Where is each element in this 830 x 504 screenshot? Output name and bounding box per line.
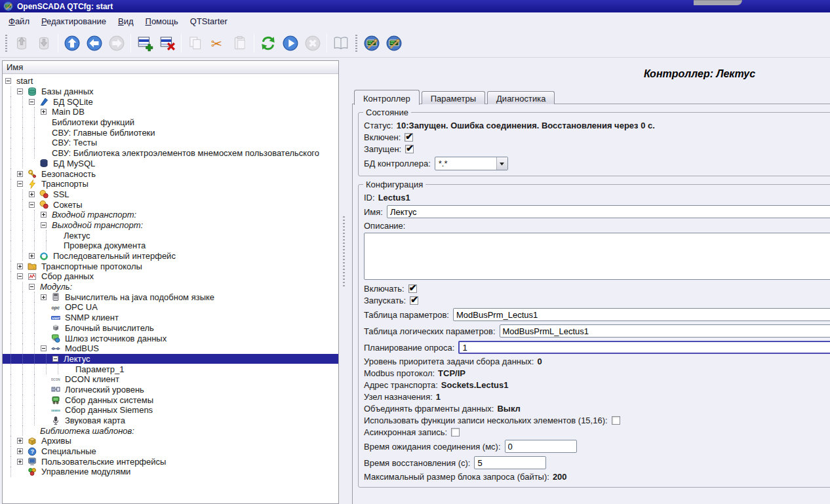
expand-icon[interactable]	[41, 109, 47, 115]
collapse-icon[interactable]	[17, 181, 23, 187]
menu-редактирование[interactable]: Редактирование	[35, 14, 112, 29]
expand-icon[interactable]	[17, 171, 23, 177]
add-item-button[interactable]	[134, 32, 156, 54]
save-to-db-button[interactable]	[33, 32, 55, 54]
tree-item-сбор-данных[interactable]: Сбор данных	[3, 271, 338, 282]
tree-item-main-db[interactable]: Main DB	[3, 107, 338, 117]
tree-item-бд-mysql[interactable]: БД MySQL	[3, 159, 338, 169]
prml-table-input[interactable]	[500, 324, 830, 338]
tab-диагностика[interactable]: Диагностика	[487, 91, 555, 104]
prm-table-input[interactable]	[453, 308, 830, 321]
tree-item-snmp-клиент[interactable]: SNMPSNMP клиент	[3, 313, 338, 323]
start-button[interactable]	[279, 32, 302, 54]
to-start-checkbox[interactable]	[410, 296, 418, 305]
collapse-icon[interactable]	[41, 222, 47, 228]
tree-item-бд-sqlite[interactable]: БД SQLite	[3, 96, 338, 107]
tree-item-сбор-данных-siemens[interactable]: SIEMENSСбор данных Siemens	[3, 405, 338, 416]
copy-item-button[interactable]	[184, 32, 207, 54]
expand-icon[interactable]	[17, 448, 23, 454]
started-checkbox[interactable]	[405, 145, 414, 153]
manual-button[interactable]	[330, 32, 352, 54]
expand-icon[interactable]	[29, 253, 35, 259]
collapse-icon[interactable]	[52, 356, 58, 362]
paste-item-button[interactable]	[229, 32, 251, 54]
async-write-checkbox[interactable]	[451, 428, 460, 436]
tab-контроллер[interactable]: Контроллер	[354, 90, 420, 105]
restore-timeout-input[interactable]	[474, 456, 546, 469]
collapse-icon[interactable]	[17, 273, 23, 279]
tree-item-ssl[interactable]: SSL	[3, 189, 338, 200]
tree-item-управление-модулями[interactable]: Управление модулями	[3, 467, 338, 477]
expand-icon[interactable]	[17, 459, 23, 465]
tree-item-модуль-[interactable]: Модуль:	[3, 282, 338, 292]
tree-item-выходной-транспорт-[interactable]: Выходной транспорт:	[3, 220, 338, 231]
expand-icon[interactable]	[41, 294, 47, 300]
qtstarter-config-button[interactable]	[361, 32, 383, 54]
tree-item-dcon-клиент[interactable]: DCONDCON клиент	[3, 374, 338, 385]
menu-вид[interactable]: Вид	[112, 14, 140, 29]
schedule-input[interactable]	[458, 341, 830, 354]
splitter-handle[interactable]	[343, 216, 345, 288]
collapse-icon[interactable]	[29, 99, 35, 105]
description-textarea[interactable]	[364, 233, 830, 280]
tree-item-блочный-вычислитель[interactable]: Блочный вычислитель	[3, 323, 338, 334]
collapse-icon[interactable]	[29, 202, 35, 208]
expand-icon[interactable]	[41, 212, 47, 218]
tree-item-специальные[interactable]: ?Специальные	[3, 446, 338, 457]
expand-icon[interactable]	[29, 191, 35, 197]
tree-item-библиотека-шаблонов-[interactable]: Библиотека шаблонов:	[3, 425, 338, 436]
stop-button[interactable]	[302, 32, 324, 54]
tree-item-start[interactable]: start	[3, 76, 338, 87]
refresh-button[interactable]	[257, 32, 279, 54]
tree-item-архивы[interactable]: Архивы	[3, 436, 338, 446]
tree-item-шлюз-источников-данных[interactable]: Шлюз источников данных	[3, 333, 338, 343]
to-enable-checkbox[interactable]	[408, 284, 417, 293]
delete-item-button[interactable]	[156, 32, 178, 54]
tree-item-параметр-1[interactable]: Параметр_1	[3, 364, 338, 374]
tree-item-базы-данных[interactable]: Базы данных	[3, 87, 338, 97]
tree-item-последовательный-интерфейс[interactable]: Последовательный интерфейс	[3, 251, 338, 262]
cut-item-button[interactable]: ✂	[207, 32, 229, 54]
tree-item-сву-библиотека-электроэлементов-мнемосхем-пользовательского[interactable]: СВУ: Библиотека электроэлементов мнемосх…	[3, 148, 338, 159]
collapse-icon[interactable]	[5, 78, 11, 84]
tree-item-транспортные-протоколы[interactable]: Транспортные протоколы	[3, 261, 338, 271]
load-from-db-button[interactable]	[10, 32, 33, 54]
tree-item-проверка-документа[interactable]: Проверка документа	[3, 241, 338, 251]
expand-icon[interactable]	[17, 438, 23, 444]
multi-write-checkbox[interactable]	[612, 416, 620, 425]
tree-item-сокеты[interactable]: Сокеты	[3, 199, 338, 210]
tree-item-сбор-данных-системы[interactable]: Сбор данных системы	[3, 395, 338, 405]
tree-item-лектус[interactable]: Лектус	[3, 354, 338, 364]
collapse-icon[interactable]	[29, 284, 35, 290]
back-button[interactable]	[83, 32, 106, 54]
tab-параметры[interactable]: Параметры	[422, 91, 485, 104]
tree-item-транспорты[interactable]: Транспорты	[3, 179, 338, 189]
menu-помощь[interactable]: Помощь	[140, 14, 184, 29]
tree-item-пользовательские-интерфейсы[interactable]: Пользовательские интерфейсы	[3, 456, 338, 467]
menu-qtstarter[interactable]: QTStarter	[184, 14, 233, 29]
tree-header[interactable]: Имя	[3, 61, 338, 74]
tree-item-modbus[interactable]: ModBUS	[3, 343, 338, 354]
collapse-icon[interactable]	[41, 345, 47, 351]
forward-button[interactable]	[106, 32, 128, 54]
menu-файл[interactable]: Файл	[3, 14, 35, 29]
expand-icon[interactable]	[17, 263, 23, 269]
enabled-checkbox[interactable]	[405, 133, 413, 142]
controller-db-combobox[interactable]: *.*	[435, 157, 508, 170]
chevron-down-icon[interactable]	[496, 157, 507, 170]
tree-item-безопасность[interactable]: Безопасность	[3, 168, 338, 179]
tree-item-логический-уровень[interactable]: Логический уровень	[3, 385, 338, 395]
conn-timeout-input[interactable]	[505, 440, 577, 453]
tree-item-вычислитель-на-java-подобном-языке[interactable]: Вычислитель на java подобном языке	[3, 292, 338, 302]
collapse-icon[interactable]	[17, 88, 23, 94]
up-button[interactable]	[61, 32, 83, 54]
qtstarter-tools-button[interactable]	[383, 32, 405, 54]
tree-item-библиотеки-функций[interactable]: Библиотеки функций	[3, 117, 338, 128]
tree-item-opc-ua[interactable]: opcOPC UA	[3, 302, 338, 313]
tree-item-сву-главные-библиотеки[interactable]: СВУ: Главные библиотеки	[3, 127, 338, 138]
tree-item-звуковая-карта[interactable]: Звуковая карта	[3, 416, 338, 426]
tree-item-входной-транспорт-[interactable]: Входной транспорт:	[3, 210, 338, 220]
name-input[interactable]	[387, 205, 830, 218]
tree-item-лектус[interactable]: Лектус	[3, 230, 338, 241]
tree-item-сву-тесты[interactable]: СВУ: Тесты	[3, 138, 338, 148]
